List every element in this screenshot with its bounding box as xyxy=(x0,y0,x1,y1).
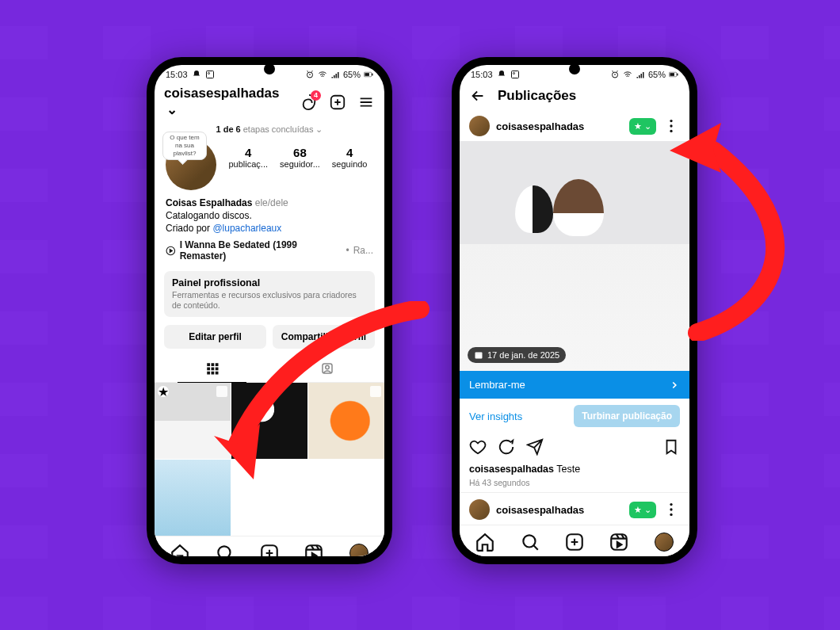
svg-point-29 xyxy=(670,124,672,127)
nav-search[interactable] xyxy=(215,543,235,556)
post-username[interactable]: coisasespalhadas xyxy=(496,504,623,516)
nav-search[interactable] xyxy=(520,532,540,552)
threads-badge: 4 xyxy=(311,90,321,101)
boost-button[interactable]: Turbinar publicação xyxy=(574,405,680,427)
svg-rect-12 xyxy=(211,368,214,371)
bell-icon xyxy=(497,70,506,79)
signal-icon xyxy=(330,70,340,79)
svg-rect-14 xyxy=(207,372,210,375)
professional-dashboard[interactable]: Painel profissional Ferramentas e recurs… xyxy=(164,271,375,317)
nav-create[interactable] xyxy=(259,543,280,556)
note-bubble[interactable]: O que tem na sua playlist? xyxy=(162,132,207,160)
camera-hole-icon xyxy=(264,63,275,74)
tagged-icon xyxy=(320,361,334,376)
post-more-button[interactable] xyxy=(662,117,680,135)
alarm-icon xyxy=(610,70,620,79)
post-caption: coisasespalhadas Teste xyxy=(460,460,689,478)
bottom-nav xyxy=(460,525,689,556)
svg-point-33 xyxy=(670,508,672,510)
grid-post[interactable] xyxy=(155,460,231,536)
post-avatar[interactable] xyxy=(469,499,490,520)
svg-point-19 xyxy=(218,546,230,556)
page-title: Publicações xyxy=(498,88,576,104)
stat-following[interactable]: 4seguindo xyxy=(332,146,368,169)
comment-button[interactable] xyxy=(498,438,515,456)
svg-rect-13 xyxy=(215,368,218,371)
tab-grid[interactable] xyxy=(155,355,269,382)
scheduled-date-chip: 17 de jan. de 2025 xyxy=(468,347,566,363)
stat-posts[interactable]: 4publicaç... xyxy=(229,146,269,169)
svg-rect-5 xyxy=(372,74,372,76)
nav-profile[interactable] xyxy=(349,543,369,556)
share-button[interactable] xyxy=(526,438,544,456)
profile-music[interactable]: I Wanna Be Sedated (1999 Remaster)•Ra... xyxy=(155,238,384,268)
camera-hole-icon xyxy=(569,63,580,74)
chevron-down-icon: ⌄ xyxy=(644,505,651,515)
back-button[interactable] xyxy=(469,87,487,105)
image-icon xyxy=(205,70,215,79)
svg-rect-31 xyxy=(475,353,483,359)
scheduled-icon xyxy=(216,386,227,397)
battery-icon xyxy=(364,70,373,79)
svg-rect-9 xyxy=(211,363,214,366)
post-username[interactable]: coisasespalhadas xyxy=(496,120,623,132)
svg-point-30 xyxy=(670,130,672,132)
chevron-down-icon: ⌄ xyxy=(315,124,323,134)
svg-point-35 xyxy=(523,535,535,547)
nav-home[interactable] xyxy=(170,543,190,556)
star-icon: ★ xyxy=(634,121,642,132)
post-avatar[interactable] xyxy=(469,116,490,136)
menu-button[interactable] xyxy=(357,94,375,111)
svg-point-23 xyxy=(513,73,514,74)
calendar-icon xyxy=(474,350,483,360)
nav-home[interactable] xyxy=(475,532,495,552)
save-button[interactable] xyxy=(662,438,680,456)
grid-post[interactable] xyxy=(308,460,384,536)
profile-avatar[interactable]: O que tem na sua playlist? xyxy=(166,139,220,190)
threads-button[interactable]: 4 xyxy=(300,94,318,111)
grid-post[interactable] xyxy=(231,383,307,459)
stat-followers[interactable]: 68seguidor... xyxy=(280,146,320,169)
grid-post[interactable] xyxy=(308,383,384,459)
username-switcher[interactable]: coisasespalhadas⌄ xyxy=(164,86,292,118)
nav-reels[interactable] xyxy=(609,532,629,552)
scheduled-badge-button[interactable]: ★⌄ xyxy=(629,118,656,135)
svg-rect-26 xyxy=(670,73,674,76)
post-more-button[interactable] xyxy=(662,501,680,518)
profile-header: coisasespalhadas⌄ 4 xyxy=(155,81,384,123)
scheduled-icon xyxy=(370,386,381,397)
image-icon xyxy=(510,70,520,79)
svg-rect-11 xyxy=(207,368,210,371)
play-circle-icon xyxy=(166,246,176,256)
phone-profile: 15:03 65% coisasespalhadas⌄ 4 xyxy=(147,57,392,564)
tab-tagged[interactable] xyxy=(269,355,384,382)
post-image[interactable]: 17 de jan. de 2025 xyxy=(460,141,689,371)
share-profile-button[interactable]: Compartilhar perfil xyxy=(273,325,375,349)
insights-link[interactable]: Ver insights xyxy=(469,410,522,422)
bottom-nav xyxy=(155,536,384,556)
bell-icon xyxy=(192,70,201,79)
like-button[interactable] xyxy=(469,438,487,456)
creator-link[interactable]: @lupacharleaux xyxy=(212,223,281,234)
bio: Coisas Espalhadas ele/dele Catalogando d… xyxy=(155,190,384,238)
svg-rect-27 xyxy=(677,74,678,76)
svg-point-18 xyxy=(325,365,329,369)
create-button[interactable] xyxy=(329,94,346,111)
chevron-down-icon: ⌄ xyxy=(166,101,178,118)
grid-post[interactable]: ★ xyxy=(155,383,231,459)
svg-rect-8 xyxy=(207,363,210,366)
edit-profile-button[interactable]: Editar perfil xyxy=(164,325,266,349)
svg-rect-0 xyxy=(206,71,213,78)
remind-me-button[interactable]: Lembrar-me xyxy=(460,371,689,399)
svg-point-32 xyxy=(670,503,672,506)
signal-icon xyxy=(636,70,645,79)
nav-create[interactable] xyxy=(564,532,585,552)
phone-post: 15:03 65% Publicações coisasespalhadas ★… xyxy=(452,57,697,564)
nav-reels[interactable] xyxy=(304,543,324,556)
nav-profile[interactable] xyxy=(654,532,674,552)
chevron-down-icon: ⌄ xyxy=(644,121,651,132)
grid-post[interactable] xyxy=(231,460,307,536)
svg-rect-16 xyxy=(215,372,218,375)
scheduled-badge-button[interactable]: ★⌄ xyxy=(629,502,656,518)
svg-rect-10 xyxy=(215,363,218,366)
